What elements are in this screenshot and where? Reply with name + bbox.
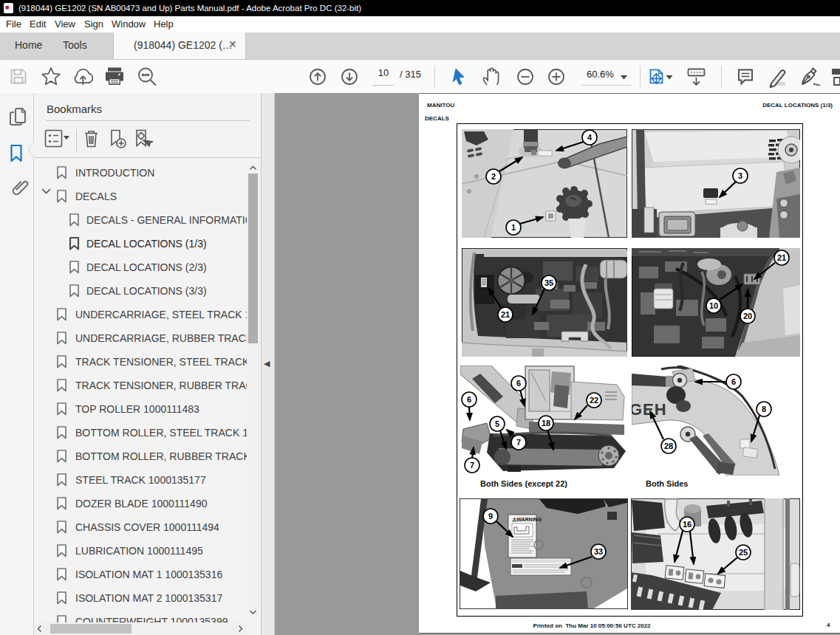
svg-text:7: 7 xyxy=(470,461,474,470)
svg-text:⚠WARNING: ⚠WARNING xyxy=(512,517,542,522)
svg-text:6: 6 xyxy=(467,395,471,404)
svg-text:25: 25 xyxy=(739,548,748,557)
svg-text:1: 1 xyxy=(511,223,516,232)
svg-text:21: 21 xyxy=(501,310,510,319)
svg-text:20: 20 xyxy=(743,312,752,320)
svg-text:2: 2 xyxy=(491,172,496,181)
svg-text:7: 7 xyxy=(516,438,521,447)
svg-text:21: 21 xyxy=(777,253,786,262)
svg-text:33: 33 xyxy=(594,547,603,556)
svg-text:5: 5 xyxy=(495,419,499,428)
svg-text:6: 6 xyxy=(516,379,521,388)
svg-text:GEH: GEH xyxy=(632,400,667,419)
svg-text:22: 22 xyxy=(590,396,598,405)
svg-text:10: 10 xyxy=(709,301,718,310)
svg-text:8: 8 xyxy=(762,405,766,413)
svg-text:35: 35 xyxy=(544,278,553,287)
svg-text:4: 4 xyxy=(587,133,593,142)
svg-text:6: 6 xyxy=(731,377,736,386)
svg-text:28: 28 xyxy=(664,442,673,450)
svg-text:16: 16 xyxy=(683,520,692,529)
svg-text:9: 9 xyxy=(488,512,493,521)
svg-text:3: 3 xyxy=(738,171,742,180)
svg-text:18: 18 xyxy=(542,419,550,428)
